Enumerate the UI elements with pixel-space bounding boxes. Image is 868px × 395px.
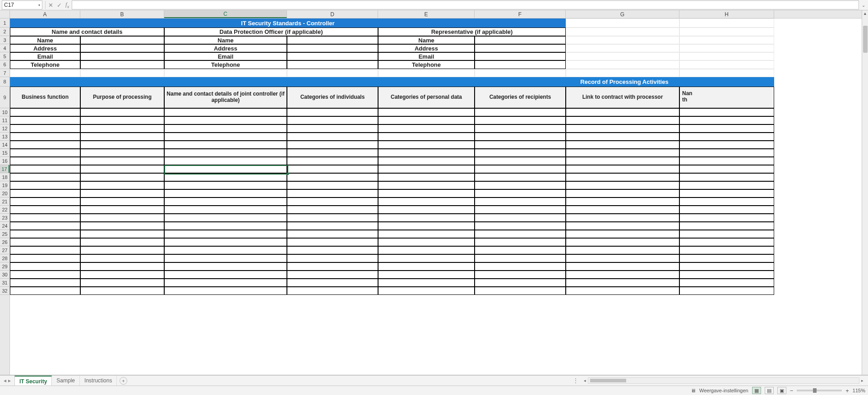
data-cell-H29[interactable] (679, 262, 774, 271)
data-cell-D26[interactable] (287, 238, 378, 246)
add-sheet-button[interactable]: ＋ (120, 377, 127, 385)
data-cell-C16[interactable] (164, 157, 287, 165)
vscroll-thumb[interactable] (863, 26, 868, 53)
table-header-4[interactable]: Categories of personal data (378, 87, 475, 108)
data-cell-A21[interactable] (10, 198, 80, 206)
data-cell-D22[interactable] (287, 206, 378, 214)
cell-F7[interactable] (475, 69, 566, 77)
data-cell-C23[interactable] (164, 214, 287, 222)
row-header-2[interactable]: 2 (0, 28, 9, 36)
data-cell-D29[interactable] (287, 262, 378, 271)
data-cell-A25[interactable] (10, 230, 80, 238)
table-header-1[interactable]: Purpose of processing (80, 87, 164, 108)
vertical-scrollbar[interactable]: ▲ (862, 10, 868, 375)
data-cell-B20[interactable] (80, 189, 164, 198)
data-cell-B12[interactable] (80, 124, 164, 133)
cell-G7[interactable] (566, 69, 679, 77)
data-cell-D28[interactable] (287, 254, 378, 262)
data-cell-F29[interactable] (475, 262, 566, 271)
data-cell-D23[interactable] (287, 214, 378, 222)
data-cell-C32[interactable] (164, 287, 287, 295)
data-cell-G11[interactable] (566, 116, 679, 124)
data-cell-H17[interactable] (679, 165, 774, 173)
data-cell-E30[interactable] (378, 271, 475, 279)
data-cell-A30[interactable] (10, 271, 80, 279)
data-cell-G29[interactable] (566, 262, 679, 271)
data-cell-C30[interactable] (164, 271, 287, 279)
row-header-27[interactable]: 27 (0, 246, 9, 254)
row-header-29[interactable]: 29 (0, 262, 9, 271)
data-cell-A14[interactable] (10, 141, 80, 149)
data-cell-G12[interactable] (566, 124, 679, 133)
data-cell-D13[interactable] (287, 133, 378, 141)
data-cell-B22[interactable] (80, 206, 164, 214)
data-cell-C26[interactable] (164, 238, 287, 246)
data-cell-B32[interactable] (80, 287, 164, 295)
enter-fx-icon[interactable]: ✓ (57, 2, 62, 9)
data-cell-G18[interactable] (566, 173, 679, 181)
zoom-in-button[interactable]: + (845, 387, 849, 394)
row-header-22[interactable]: 22 (0, 206, 9, 214)
data-cell-F22[interactable] (475, 206, 566, 214)
data-cell-H18[interactable] (679, 173, 774, 181)
data-cell-D15[interactable] (287, 149, 378, 157)
contact-input-email[interactable] (80, 52, 164, 60)
row-header-9[interactable]: 9 (0, 87, 9, 108)
display-settings-icon[interactable]: 🖥 (691, 388, 696, 393)
data-cell-F32[interactable] (475, 287, 566, 295)
data-cell-G19[interactable] (566, 181, 679, 189)
cell-H7[interactable] (679, 69, 774, 77)
data-cell-F31[interactable] (475, 279, 566, 287)
data-cell-H14[interactable] (679, 141, 774, 149)
row-header-16[interactable]: 16 (0, 157, 9, 165)
cell-G3[interactable] (566, 36, 679, 44)
cell-B7[interactable] (80, 69, 164, 77)
sheet-tab-1[interactable]: Sample (52, 376, 80, 386)
row-header-7[interactable]: 7 (0, 69, 9, 77)
tab-first-icon[interactable]: ◂ (4, 377, 6, 384)
row-header-6[interactable]: 6 (0, 60, 9, 69)
data-cell-B31[interactable] (80, 279, 164, 287)
row-header-13[interactable]: 13 (0, 133, 9, 141)
data-cell-F11[interactable] (475, 116, 566, 124)
data-cell-E22[interactable] (378, 206, 475, 214)
data-cell-E25[interactable] (378, 230, 475, 238)
data-cell-G32[interactable] (566, 287, 679, 295)
rep-input-email[interactable] (475, 52, 566, 60)
contact-input-address[interactable] (80, 44, 164, 52)
data-cell-B17[interactable] (80, 165, 164, 173)
data-cell-F19[interactable] (475, 181, 566, 189)
data-cell-H31[interactable] (679, 279, 774, 287)
contact-label-address[interactable]: Address (10, 44, 80, 52)
data-cell-B24[interactable] (80, 222, 164, 230)
cell-A7[interactable] (10, 69, 80, 77)
cell-G4[interactable] (566, 44, 679, 52)
cell-H2[interactable] (679, 28, 774, 36)
table-header-2[interactable]: Name and contact details of joint contro… (164, 87, 287, 108)
data-cell-E15[interactable] (378, 149, 475, 157)
cell-H5[interactable] (679, 52, 774, 60)
rep-label-name[interactable]: Name (378, 36, 475, 44)
data-cell-A15[interactable] (10, 149, 80, 157)
data-cell-C19[interactable] (164, 181, 287, 189)
data-cell-H13[interactable] (679, 133, 774, 141)
cell-H1[interactable] (679, 18, 774, 28)
tab-prev-icon[interactable]: ▸ (8, 377, 11, 384)
table-header-6[interactable]: Link to contract with processor (566, 87, 679, 108)
data-cell-F25[interactable] (475, 230, 566, 238)
data-cell-D14[interactable] (287, 141, 378, 149)
data-cell-E20[interactable] (378, 189, 475, 198)
data-cell-C24[interactable] (164, 222, 287, 230)
data-cell-G16[interactable] (566, 157, 679, 165)
table-header-7[interactable] (679, 87, 774, 108)
data-cell-E32[interactable] (378, 287, 475, 295)
data-cell-H10[interactable] (679, 108, 774, 116)
data-cell-E11[interactable] (378, 116, 475, 124)
page-layout-view-button[interactable]: ▤ (765, 387, 774, 394)
column-header-F[interactable]: F (475, 10, 566, 18)
data-cell-G24[interactable] (566, 222, 679, 230)
data-cell-F20[interactable] (475, 189, 566, 198)
data-cell-H15[interactable] (679, 149, 774, 157)
data-cell-G14[interactable] (566, 141, 679, 149)
data-cell-A11[interactable] (10, 116, 80, 124)
